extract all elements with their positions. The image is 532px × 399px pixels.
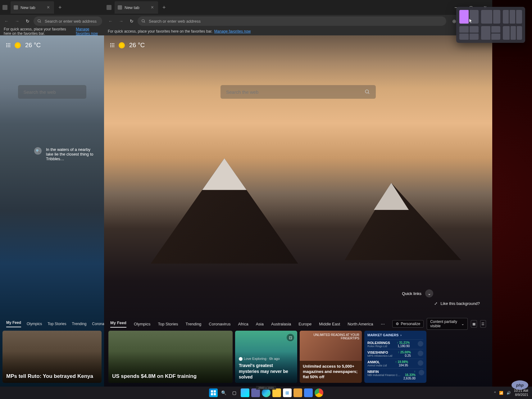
feed-tab-olympics[interactable]: Olympics <box>27 322 42 326</box>
feed-tab-myfeed[interactable]: My Feed <box>6 320 21 327</box>
market-card[interactable]: MARKET GAINERS › ROLEXRINGSRolex Rings L… <box>364 331 426 383</box>
manage-favorites-link[interactable]: Manage favorites now <box>214 29 251 34</box>
snap-layout-left-stack[interactable] <box>481 26 500 40</box>
snap-layout-quarters[interactable] <box>459 26 479 40</box>
quick-links-expand-icon[interactable]: ⌄ <box>425 289 433 297</box>
weather-icon[interactable] <box>119 42 125 48</box>
tray-volume-icon[interactable]: 🔊 <box>507 391 511 395</box>
chrome-icon[interactable] <box>315 388 323 397</box>
feed-more-icon[interactable]: ⋯ <box>381 322 385 326</box>
feed-tab-northamerica[interactable]: North America <box>348 322 373 326</box>
ntp-content: 26 °C 🔍 In the waters of a nearby lake l… <box>0 35 104 387</box>
market-row[interactable]: VISESHINFOMPS Infotecnics Ltd↑ 25.00%0.2… <box>367 349 423 359</box>
address-input[interactable]: Search or enter web address <box>34 16 102 26</box>
close-tab-icon[interactable]: × <box>46 5 51 10</box>
market-row[interactable]: ANMOLAnmol India Ltd↑ 19.98%184.95 <box>367 359 423 368</box>
new-tab-button[interactable]: + <box>54 4 66 11</box>
address-placeholder: Search or enter web address <box>149 19 201 24</box>
favorites-bar: For quick access, place your favorites h… <box>104 27 492 35</box>
tab[interactable]: New tab × <box>115 1 158 14</box>
start-button[interactable] <box>209 388 218 397</box>
chat-icon[interactable] <box>251 388 260 397</box>
clock[interactable]: 10:21 AM 8/9/2021 <box>514 389 528 397</box>
tray-chevron-icon[interactable]: ^ <box>494 391 496 395</box>
feed-tab-myfeed[interactable]: My Feed <box>110 320 126 328</box>
manage-favorites-link[interactable]: Manage favorites now <box>76 27 100 36</box>
quick-links-label: Quick links <box>402 291 421 296</box>
feed-tab-middleeast[interactable]: Middle East <box>319 322 340 326</box>
search-input[interactable] <box>24 89 83 95</box>
svg-point-0 <box>38 20 40 22</box>
search-icon[interactable] <box>365 89 370 95</box>
gear-icon: ⚙ <box>396 322 399 326</box>
ntp-search-box[interactable] <box>18 85 86 99</box>
feed-tab-australasia[interactable]: Australasia <box>271 322 291 326</box>
edge-icon[interactable] <box>262 388 271 397</box>
news-card-large[interactable]: US spends $4.8M on KDF training <box>108 331 233 383</box>
svg-point-4 <box>365 90 369 93</box>
address-placeholder: Search or enter web address <box>45 19 97 24</box>
news-card-medium[interactable]: ⊡ Love Exploring · 6h ago Travel's great… <box>235 331 297 383</box>
news-card[interactable]: MPs tell Ruto: You betrayed Kenya <box>2 331 102 383</box>
tray-wifi-icon[interactable]: 📶 <box>499 391 503 395</box>
feed-tab-coronavirus[interactable]: Coronavirus <box>209 322 230 326</box>
svg-rect-8 <box>211 393 213 395</box>
feed-tab-trending[interactable]: Trending <box>72 322 86 326</box>
feed-tab-topstories[interactable]: Top Stories <box>48 322 66 326</box>
svg-line-5 <box>368 93 369 94</box>
search-input[interactable] <box>226 89 365 95</box>
tab-favicon <box>14 5 18 10</box>
personalize-button[interactable]: ⚙ Personalize <box>392 320 424 328</box>
news-title: Travel's greatest mysteries may never be… <box>239 363 293 380</box>
weather-icon[interactable] <box>15 42 21 48</box>
quick-links: Quick links ⌄ <box>402 289 433 297</box>
feed-tab-olympics[interactable]: Olympics <box>134 322 150 326</box>
temperature[interactable]: 26 °C <box>25 42 41 49</box>
forward-button[interactable]: → <box>116 16 126 26</box>
snap-layout-split-half[interactable] <box>459 10 479 24</box>
refresh-button[interactable]: ↻ <box>127 16 136 26</box>
back-button[interactable]: ← <box>106 16 115 26</box>
search-icon[interactable]: 🔍 <box>220 388 228 397</box>
market-row[interactable]: NBIFINNBI Industrial Finance Co…↑ 16.33%… <box>367 368 423 381</box>
content-visibility-dropdown[interactable]: Content partially visible ⌄ <box>427 318 468 330</box>
feed-tab-europe[interactable]: Europe <box>298 322 311 326</box>
tab-title: New tab <box>125 5 139 10</box>
card-action-icon[interactable]: ⊡ <box>287 334 294 341</box>
store-icon[interactable]: ⊞ <box>283 388 292 397</box>
tab[interactable]: New tab × <box>11 1 54 14</box>
feed-tab-trending[interactable]: Trending <box>186 322 202 326</box>
chart-icon <box>419 370 424 375</box>
forward-button[interactable]: → <box>12 16 22 26</box>
apps-grid-icon[interactable] <box>110 43 114 47</box>
file-explorer-icon[interactable] <box>272 388 281 397</box>
feed-tab-topstories[interactable]: Top Stories <box>158 322 178 326</box>
market-row[interactable]: ROLEXRINGSRolex Rings Ltd↑ 31.21%1,180.9… <box>367 339 423 349</box>
feed-tab-asia[interactable]: Asia <box>256 322 264 326</box>
ad-card[interactable]: UNLIMITED READING AT YOUR FINGERTIPS Unl… <box>300 331 362 383</box>
search-icon <box>141 19 146 23</box>
like-background[interactable]: ⤢ Like this background? <box>434 301 480 306</box>
app-icon <box>107 5 111 10</box>
app-icon[interactable] <box>293 388 302 397</box>
widgets-icon[interactable] <box>241 388 249 397</box>
app-icon[interactable] <box>304 388 313 397</box>
back-button[interactable]: ← <box>2 16 11 26</box>
temperature[interactable]: 26 °C <box>129 42 145 49</box>
snap-layout-thirds[interactable] <box>503 10 522 24</box>
ntp-search-box[interactable] <box>221 85 376 99</box>
apps-grid-icon[interactable] <box>6 43 10 47</box>
task-view-icon[interactable]: ▢ <box>230 388 239 397</box>
snap-layout-split-wide[interactable] <box>481 10 500 24</box>
list-view-icon[interactable]: ☰ <box>480 320 486 328</box>
refresh-button[interactable]: ↻ <box>23 16 32 26</box>
snap-layout-thirds-wide[interactable] <box>503 26 522 40</box>
chart-icon <box>418 351 423 356</box>
feed-tab-africa[interactable]: Africa <box>238 322 248 326</box>
close-tab-icon[interactable]: × <box>150 5 155 10</box>
address-input[interactable]: Search or enter web address <box>138 16 446 26</box>
new-tab-button[interactable]: + <box>158 4 170 11</box>
feed-tab-coronavirus[interactable]: Coronavirus <box>92 322 104 326</box>
image-info-bubble[interactable]: 🔍 In the waters of a nearby lake lie the… <box>34 147 96 161</box>
grid-view-icon[interactable]: ▦ <box>471 320 477 328</box>
